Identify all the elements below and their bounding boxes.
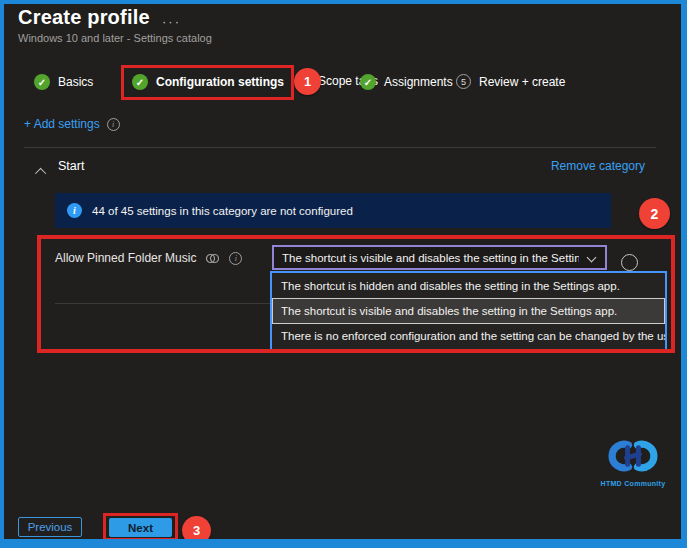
more-menu-icon[interactable]: ··· — [162, 14, 181, 29]
check-icon: ✓ — [132, 74, 148, 90]
page-subtitle: Windows 10 and later - Settings catalog — [18, 32, 212, 44]
info-banner: i 44 of 45 settings in this category are… — [55, 193, 611, 228]
tab-configuration-settings[interactable]: ✓ Configuration settings — [132, 74, 284, 90]
chevron-up-icon — [35, 168, 46, 179]
next-button-label: Next — [128, 522, 153, 534]
tab-assignments-label: Assignments — [384, 75, 453, 89]
info-banner-icon: i — [67, 203, 82, 218]
htmd-logo-icon — [600, 436, 666, 476]
setting-row-label: Allow Pinned Folder Music i — [55, 251, 242, 265]
revert-setting-icon[interactable] — [621, 254, 638, 271]
category-title: Start — [58, 159, 84, 173]
row-divider — [55, 303, 270, 304]
page-title: Create profile — [18, 6, 150, 29]
create-profile-page: Create profile ··· Windows 10 and later … — [4, 4, 681, 539]
applies-to-icon[interactable] — [205, 252, 220, 265]
previous-button[interactable]: Previous — [18, 517, 82, 537]
check-icon: ✓ — [360, 74, 376, 90]
next-button[interactable]: Next — [109, 518, 172, 537]
dropdown-option-hidden[interactable]: The shortcut is hidden and disables the … — [272, 273, 665, 298]
check-icon: ✓ — [34, 74, 50, 90]
setting-name: Allow Pinned Folder Music — [55, 251, 196, 265]
remove-category-link[interactable]: Remove category — [551, 159, 645, 173]
info-banner-text: 44 of 45 settings in this category are n… — [92, 205, 353, 217]
annotation-badge-3: 3 — [182, 516, 211, 539]
tab-review-create-label: Review + create — [479, 75, 565, 89]
htmd-logo: HTMD Community — [589, 436, 677, 487]
dropdown-list: The shortcut is hidden and disables the … — [270, 271, 667, 351]
tab-basics[interactable]: ✓ Basics — [34, 74, 93, 90]
annotation-badge-2: 2 — [639, 198, 670, 229]
annotation-badge-1: 1 — [294, 68, 321, 95]
dropdown-selected-value: The shortcut is visible and disables the… — [282, 252, 579, 264]
chevron-down-icon — [587, 253, 597, 263]
window-frame: Create profile ··· Windows 10 and later … — [0, 0, 687, 548]
setting-value-dropdown[interactable]: The shortcut is visible and disables the… — [272, 245, 607, 270]
htmd-logo-caption: HTMD Community — [589, 480, 677, 487]
step-number-icon: 5 — [456, 74, 471, 89]
dropdown-option-not-enforced[interactable]: There is no enforced configuration and t… — [272, 324, 665, 349]
add-settings-link[interactable]: + Add settings — [24, 117, 100, 131]
info-icon[interactable]: i — [229, 252, 242, 265]
section-divider — [24, 147, 656, 148]
tab-assignments[interactable]: ✓ Assignments — [360, 74, 453, 90]
dropdown-option-visible[interactable]: The shortcut is visible and disables the… — [272, 298, 665, 323]
info-icon[interactable]: i — [107, 118, 120, 131]
previous-button-label: Previous — [28, 521, 73, 533]
tab-basics-label: Basics — [58, 75, 93, 89]
tab-review-create[interactable]: 5 Review + create — [456, 74, 565, 89]
tab-configuration-settings-label: Configuration settings — [156, 75, 284, 89]
collapse-category-button[interactable] — [38, 162, 46, 180]
